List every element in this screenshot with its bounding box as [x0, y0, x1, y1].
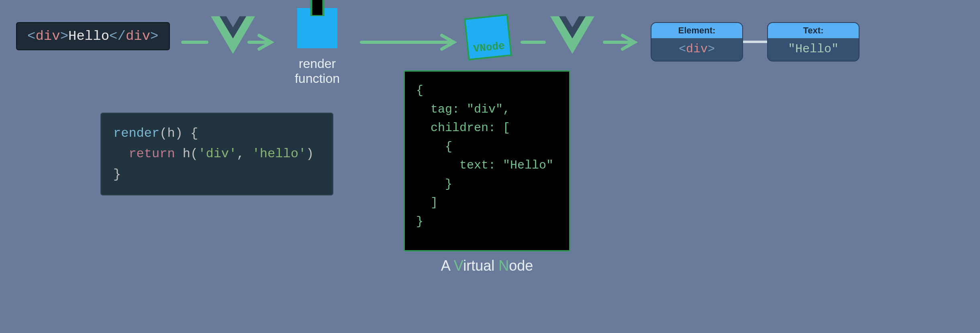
- template-text: Hello: [68, 29, 109, 44]
- angle-bracket-open: </: [109, 29, 126, 44]
- vue-logo-icon: [211, 16, 255, 58]
- connector-line: [743, 41, 767, 43]
- angle-bracket-close: >: [60, 29, 68, 44]
- angle-bracket-close: >: [150, 29, 158, 44]
- tag-name: div: [35, 29, 60, 44]
- vnode-icon: VNode: [464, 14, 512, 61]
- output-text-header: Text:: [768, 23, 859, 38]
- output-element-header: Element:: [651, 23, 742, 38]
- output-element-node: Element: <div>: [651, 22, 743, 62]
- output-text-node: Text: "Hello": [767, 22, 860, 62]
- svg-marker-4: [303, 0, 331, 16]
- arrow-right-icon: [359, 32, 460, 54]
- output-tree: Element: <div> Text: "Hello": [651, 22, 860, 62]
- template-code-block: <div>Hello</div>: [16, 22, 170, 50]
- vnode-icon-label: VNode: [473, 40, 505, 55]
- render-code-block: render(h) { return h('div', 'hello') }: [100, 113, 333, 195]
- vnode-caption: A Virtual Node: [404, 257, 570, 274]
- tag-name: div: [126, 29, 150, 44]
- render-function-box: render function: [281, 8, 353, 86]
- arrow-up-icon: [303, 0, 331, 18]
- code-line: }: [113, 164, 321, 185]
- output-element-body: <div>: [651, 38, 742, 61]
- render-function-label: render function: [281, 56, 353, 86]
- angle-bracket-open: <: [27, 29, 35, 44]
- code-line: return h('div', 'hello'): [113, 144, 321, 164]
- output-text-body: "Hello": [768, 38, 859, 61]
- render-function-icon: [297, 8, 337, 48]
- vue-logo-icon: [550, 16, 594, 58]
- code-line: render(h) {: [113, 123, 321, 144]
- vnode-json-block: { tag: "div", children: [ { text: "Hello…: [404, 70, 570, 251]
